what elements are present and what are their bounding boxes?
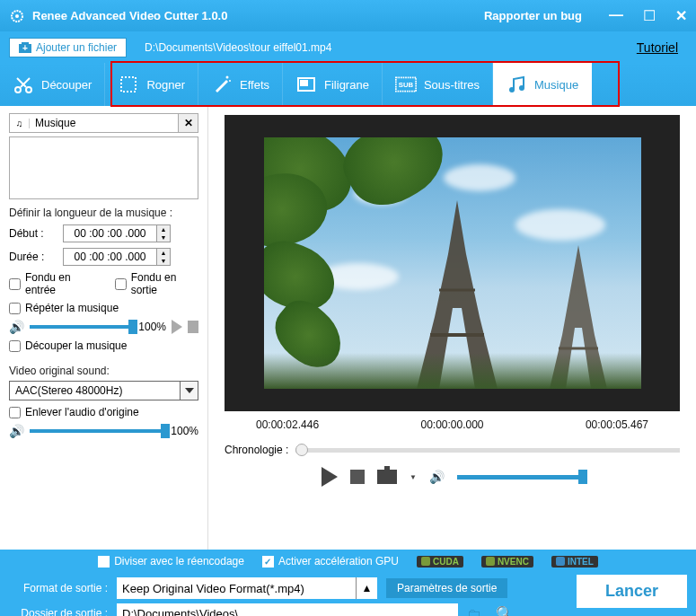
close-button[interactable]: ✕ [675, 7, 687, 24]
start-down[interactable]: ▼ [157, 233, 170, 242]
output-folder-value: D:\Documents\Videos\ [122, 607, 238, 617]
repeat-checkbox[interactable] [9, 303, 21, 314]
speaker-icon-2: 🔊 [9, 424, 24, 438]
music-list[interactable] [9, 136, 198, 199]
duration-label: Durée : [9, 251, 54, 263]
fade-in-label: Fondu en entrée [25, 271, 97, 296]
chronology-label: Chronologie : [225, 444, 288, 456]
define-length-label: Définir la longueur de la musique : [9, 207, 198, 219]
chevron-down-icon [180, 382, 198, 400]
time-start: 00:00:02.446 [256, 418, 319, 431]
titlebar: Renee Advanced Video Cutter 1.0.0 Rappor… [0, 0, 696, 31]
dur-up[interactable]: ▲ [157, 249, 170, 257]
tool-watermark[interactable]: Filigrane [283, 63, 383, 106]
duration-time-input[interactable]: 00 :00 :00 .000 ▲▼ [63, 248, 171, 266]
play-button[interactable] [322, 467, 338, 487]
crop-icon [118, 74, 139, 95]
music-volume-slider[interactable] [30, 325, 133, 329]
tool-crop-label: Rogner [146, 78, 185, 92]
tool-subtitles-label: Sous-titres [424, 78, 480, 92]
maximize-button[interactable]: ☐ [643, 7, 656, 24]
cut-music-label: Découper la musique [25, 339, 127, 352]
playback-volume-slider[interactable] [457, 475, 583, 480]
note-icon: ♫ [10, 119, 30, 128]
preview-stop-button[interactable] [188, 321, 198, 333]
fade-out-checkbox[interactable] [115, 278, 127, 290]
fade-out-label: Fondu en sortie [131, 271, 198, 296]
music-file-input[interactable]: ♫ Musique ✕ [9, 113, 198, 133]
original-sound-label: Video original sound: [9, 365, 198, 377]
playback-controls: ▼ 🔊 [225, 467, 680, 487]
left-panel: ♫ Musique ✕ Définir la longueur de la mu… [0, 106, 208, 550]
folder-label: Dossier de sortie : [9, 607, 108, 616]
chevron-up-icon: ▲ [356, 577, 377, 599]
time-end: 00:00:05.467 [586, 418, 648, 431]
tool-cut[interactable]: Découper [0, 63, 105, 106]
start-time-input[interactable]: 00 :00 :00 .000 ▲▼ [63, 224, 171, 242]
output-folder-input[interactable]: D:\Documents\Videos\ [117, 603, 458, 616]
timecodes: 00:00:02.446 00:00:00.000 00:00:05.467 [225, 418, 680, 431]
clear-music-button[interactable]: ✕ [178, 114, 198, 132]
stop-button[interactable] [350, 470, 365, 484]
divide-checkbox[interactable] [98, 556, 110, 568]
preview-play-button[interactable] [172, 320, 182, 334]
filebar: + Ajouter un fichier D:\Documents\Videos… [0, 31, 696, 63]
divide-label: Diviser avec le réencodage [114, 555, 244, 568]
volume-percent: 100% [138, 321, 166, 333]
browse-folder-button[interactable]: 🗀 [467, 606, 487, 616]
snapshot-dropdown[interactable]: ▼ [410, 473, 417, 481]
music-icon [506, 74, 527, 95]
watermark-icon [295, 74, 317, 95]
toolbar: Découper Rogner Effets Filigrane SUB Sou… [0, 63, 696, 106]
speaker-icon-3: 🔊 [429, 470, 445, 484]
window-title: Renee Advanced Video Cutter 1.0.0 [32, 9, 484, 22]
remove-audio-label: Enlever l'audio d'origine [25, 406, 139, 418]
main-area: ♫ Musique ✕ Définir la longueur de la mu… [0, 106, 696, 550]
add-file-label: Ajouter un fichier [36, 41, 117, 54]
svg-text:+: + [22, 43, 28, 53]
repeat-label: Répéter la musique [25, 302, 119, 314]
output-format-select[interactable]: Keep Original Video Format(*.mp4) ▲ [117, 577, 377, 599]
svg-point-1 [15, 14, 19, 18]
svg-text:SUB: SUB [399, 81, 414, 89]
original-volume-slider[interactable] [30, 429, 165, 433]
format-label: Format de sortie : [9, 582, 108, 594]
output-params-button[interactable]: Paramètres de sortie [386, 578, 507, 598]
fade-in-checkbox[interactable] [9, 278, 21, 290]
search-folder-button[interactable]: 🔍 [496, 605, 514, 617]
cut-music-checkbox[interactable] [9, 340, 21, 352]
gpu-checkbox[interactable]: ✓ [262, 556, 274, 568]
timeline-slider[interactable] [295, 448, 680, 453]
remove-audio-checkbox[interactable] [9, 407, 21, 418]
duration-time-value: 00 :00 :00 .000 [64, 249, 156, 265]
start-up[interactable]: ▲ [157, 225, 170, 233]
tool-subtitles[interactable]: SUB Sous-titres [383, 63, 493, 106]
video-preview[interactable] [225, 115, 680, 411]
dur-down[interactable]: ▼ [157, 257, 170, 265]
music-field-text: Musique [30, 117, 178, 129]
snapshot-button[interactable] [377, 470, 397, 484]
intel-badge: INTEL [551, 556, 598, 568]
volume-percent-2: 100% [171, 425, 198, 437]
add-file-button[interactable]: + Ajouter un fichier [9, 38, 127, 57]
right-panel: 00:00:02.446 00:00:00.000 00:00:05.467 C… [208, 106, 696, 550]
gear-icon [9, 8, 25, 24]
tool-crop[interactable]: Rogner [105, 63, 198, 106]
launch-button[interactable]: Lancer [577, 575, 687, 608]
tutorial-link[interactable]: Tutoriel [637, 40, 678, 55]
svg-rect-13 [301, 81, 307, 85]
tool-effects-label: Effets [240, 78, 269, 92]
wand-icon [211, 74, 233, 95]
audio-format-value: AAC(Stereo 48000Hz) [10, 384, 180, 397]
report-bug-link[interactable]: Rapporter un bug [484, 9, 582, 22]
subtitles-icon: SUB [395, 74, 417, 95]
svg-point-16 [509, 87, 515, 92]
time-current: 00:00:00.000 [420, 418, 483, 431]
tool-music[interactable]: Musique [493, 63, 592, 106]
audio-format-select[interactable]: AAC(Stereo 48000Hz) [9, 381, 198, 400]
output-format-value: Keep Original Video Format(*.mp4) [117, 582, 356, 595]
svg-point-5 [15, 87, 21, 92]
svg-point-11 [229, 80, 231, 82]
tool-effects[interactable]: Effets [198, 63, 283, 106]
minimize-button[interactable]: — [609, 7, 623, 24]
